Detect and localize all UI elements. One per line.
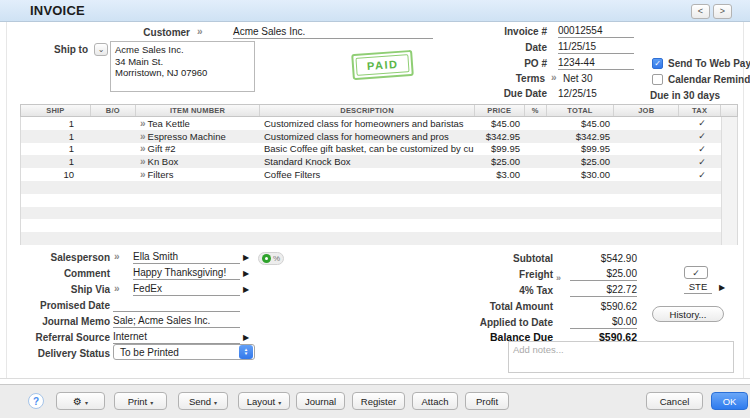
cell-description[interactable]: Customized class for homeowners and bari… — [261, 117, 476, 130]
notes-textarea[interactable] — [508, 341, 734, 373]
cell-bo[interactable] — [91, 168, 136, 181]
freight-field[interactable]: $25.00 — [570, 268, 637, 281]
cell-tax-check[interactable]: ✓ — [681, 130, 723, 143]
ship-via-field[interactable]: FedEx — [133, 283, 240, 296]
cell-total[interactable]: $45.00 — [548, 117, 616, 130]
salesperson-zoom-arrow-icon[interactable]: » — [114, 251, 120, 262]
cell-total[interactable]: $30.00 — [548, 168, 616, 181]
cell-job[interactable] — [616, 155, 681, 168]
cell-percent[interactable] — [526, 143, 548, 156]
cell-job[interactable] — [616, 117, 681, 130]
cell-description[interactable]: Customized class for homeowners and pros — [261, 130, 476, 143]
po-number-field[interactable]: 1234-44 — [558, 57, 634, 70]
comment-detail-arrow-icon[interactable]: ▶ — [243, 270, 249, 278]
cell-item-number[interactable]: »Espresso Machine — [136, 130, 261, 143]
cell-percent[interactable] — [526, 168, 548, 181]
freight-zoom-arrow-icon[interactable]: » — [556, 273, 561, 283]
table-scrollbar-track[interactable] — [721, 117, 737, 245]
empty-line-row[interactable] — [21, 207, 737, 220]
comment-field[interactable]: Happy Thanksgiving! — [133, 267, 240, 280]
cell-percent[interactable] — [526, 117, 548, 130]
date-field[interactable]: 11/25/15 — [558, 41, 634, 54]
delivery-status-select[interactable]: To be Printed ▲ ▼ — [113, 344, 255, 360]
empty-line-row[interactable] — [21, 194, 737, 207]
customer-zoom-arrow-icon[interactable]: » — [197, 26, 203, 37]
cell-bo[interactable] — [91, 117, 136, 130]
cell-total[interactable]: $99.95 — [548, 143, 616, 156]
profit-button[interactable]: Profit — [465, 392, 509, 410]
due-date-value[interactable]: 12/25/15 — [558, 88, 597, 99]
cell-total[interactable]: $25.00 — [548, 155, 616, 168]
cell-ship[interactable]: 1 — [21, 130, 91, 143]
help-icon: ? — [33, 396, 39, 407]
cell-price[interactable]: $3.00 — [476, 168, 526, 181]
empty-line-row[interactable] — [21, 181, 737, 194]
cell-percent[interactable] — [526, 130, 548, 143]
cell-price[interactable]: $25.00 — [476, 155, 526, 168]
promised-date-field[interactable] — [113, 299, 240, 312]
journal-button[interactable]: Journal — [296, 392, 345, 410]
cell-item-number[interactable]: »Filters — [136, 168, 261, 181]
register-button[interactable]: Register — [352, 392, 405, 410]
empty-line-row[interactable] — [21, 232, 737, 245]
ship-to-address-box[interactable]: Acme Sales Inc. 34 Main St. Morristown, … — [110, 41, 255, 92]
salesperson-detail-arrow-icon[interactable]: ▶ — [243, 254, 249, 262]
cell-item-number[interactable]: »Tea Kettle — [136, 117, 261, 130]
ok-button[interactable]: OK — [711, 392, 748, 410]
cell-price[interactable]: $99.95 — [476, 143, 526, 156]
print-button[interactable]: Print▾ — [114, 392, 167, 410]
cell-ship[interactable]: 10 — [21, 168, 91, 181]
attach-button[interactable]: Attach — [412, 392, 458, 410]
help-button[interactable]: ? — [28, 393, 44, 409]
tax-field[interactable]: $22.72 — [570, 284, 637, 297]
send-button[interactable]: Send▾ — [178, 392, 228, 410]
tax-code-field[interactable]: STE — [684, 281, 712, 294]
cell-item-number[interactable]: »Gift #2 — [136, 143, 261, 156]
cell-percent[interactable] — [526, 155, 548, 168]
cell-description[interactable]: Basic Coffee gift basket, can be customi… — [261, 143, 476, 156]
terms-value[interactable]: Net 30 — [563, 73, 592, 84]
terms-zoom-arrow-icon[interactable]: » — [551, 72, 557, 83]
cell-job[interactable] — [616, 168, 681, 181]
ship-via-zoom-arrow-icon[interactable]: » — [114, 283, 120, 294]
cell-item-number[interactable]: »Kn Box — [136, 155, 261, 168]
cell-ship[interactable]: 1 — [21, 143, 91, 156]
cell-bo[interactable] — [91, 155, 136, 168]
cell-tax-check[interactable]: ✓ — [681, 168, 723, 181]
send-to-web-pay-checkbox[interactable]: ✓ — [652, 58, 663, 69]
next-record-button[interactable]: > — [713, 4, 732, 19]
cell-price[interactable]: $342.95 — [476, 130, 526, 143]
cell-description[interactable]: Coffee Filters — [261, 168, 476, 181]
empty-line-row[interactable] — [21, 219, 737, 232]
ship-to-chevron-button[interactable]: ⌄ — [94, 43, 108, 56]
tax-code-detail-arrow-icon[interactable]: ▶ — [719, 284, 725, 292]
customer-field[interactable]: Acme Sales Inc. — [233, 26, 433, 39]
cell-bo[interactable] — [91, 143, 136, 156]
actions-gear-button[interactable]: ⚙▾ — [56, 392, 105, 410]
cell-tax-check[interactable]: ✓ — [681, 117, 723, 130]
cell-tax-check[interactable]: ✓ — [681, 155, 723, 168]
cell-price[interactable]: $45.00 — [476, 117, 526, 130]
invoice-number-field[interactable]: 00012554 — [558, 25, 634, 38]
cell-total[interactable]: $342.95 — [548, 130, 616, 143]
freight-tax-checkbox[interactable]: ✓ — [684, 266, 708, 279]
applied-to-date-field[interactable]: $0.00 — [570, 316, 637, 329]
layout-button[interactable]: Layout▾ — [238, 392, 290, 410]
cell-ship[interactable]: 1 — [21, 155, 91, 168]
calendar-reminder-checkbox[interactable] — [652, 74, 663, 85]
journal-memo-field[interactable]: Sale; Acme Sales Inc. — [113, 315, 240, 328]
cell-job[interactable] — [616, 143, 681, 156]
ship-via-detail-arrow-icon[interactable]: ▶ — [243, 286, 249, 294]
cell-tax-check[interactable]: ✓ — [681, 143, 723, 156]
cell-bo[interactable] — [91, 130, 136, 143]
prev-record-button[interactable]: < — [691, 4, 710, 19]
salesperson-field[interactable]: Ella Smith — [133, 251, 240, 264]
cancel-button[interactable]: Cancel — [646, 392, 703, 410]
cell-description[interactable]: Standard Knock Box — [261, 155, 476, 168]
history-button[interactable]: History... — [652, 306, 724, 322]
referral-source-detail-arrow-icon[interactable]: ▶ — [243, 334, 249, 342]
salesperson-percent-badge-icon[interactable]: % — [258, 252, 284, 265]
cell-job[interactable] — [616, 130, 681, 143]
cell-ship[interactable]: 1 — [21, 117, 91, 130]
referral-source-field[interactable]: Internet — [113, 331, 240, 344]
